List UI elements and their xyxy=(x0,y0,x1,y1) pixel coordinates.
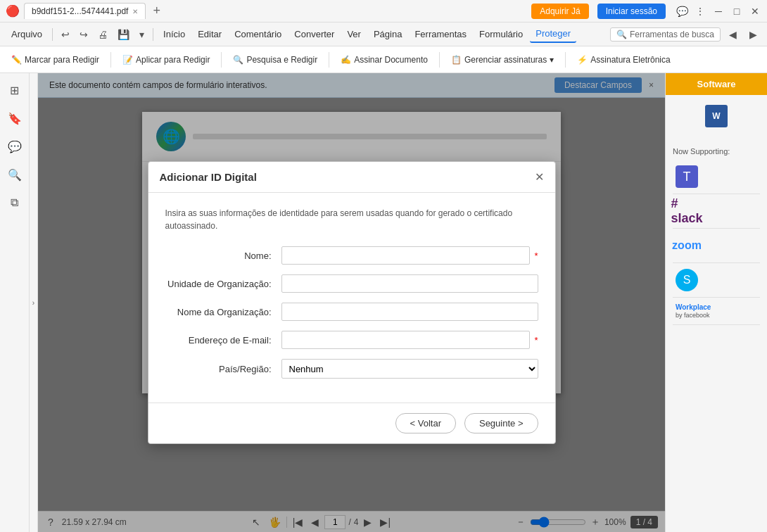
menu-divider-2 xyxy=(153,28,153,41)
sidebar-search-icon[interactable]: 🔍 xyxy=(4,163,26,186)
email-required-mark: * xyxy=(534,335,538,346)
assinar-doc-btn[interactable]: ✍️ Assinar Documento xyxy=(335,52,433,68)
country-row: País/Região: Nenhum Brasil Portugal Esta… xyxy=(165,359,538,379)
menu-proteger[interactable]: Proteger xyxy=(530,25,576,43)
menu-arquivo[interactable]: Arquivo xyxy=(6,26,48,42)
main-area: ⊞ 🔖 💬 🔍 ⧉ › Este documento contém campos… xyxy=(0,73,767,532)
marcar-redigir-btn[interactable]: ✏️ Marcar para Redigir xyxy=(6,52,105,68)
chat-btn[interactable]: 💬 xyxy=(676,5,688,18)
menu-converter[interactable]: Converter xyxy=(289,26,340,42)
close-btn[interactable]: ✕ xyxy=(749,5,761,18)
minimize-btn[interactable]: ─ xyxy=(712,5,725,18)
forward-arrow-icon[interactable]: ▶ xyxy=(745,26,761,43)
menu-inicio[interactable]: Início xyxy=(158,26,191,42)
name-required-mark: * xyxy=(534,251,538,261)
slack-item[interactable]: # slack xyxy=(673,194,760,229)
assinatura-eletronica-btn[interactable]: ⚡ Assinatura Eletrônica xyxy=(571,52,676,68)
assinatura-icon: ⚡ xyxy=(577,55,588,65)
more-btn[interactable]: ⋮ xyxy=(694,5,706,18)
right-panel-header: Software xyxy=(666,73,767,95)
gerenciar-assinaturas-btn[interactable]: 📋 Gerenciar assinaturas ▾ xyxy=(445,52,559,68)
org-name-input[interactable] xyxy=(281,303,538,321)
iniciar-sessao-button[interactable]: Iniciar sessão xyxy=(597,4,666,19)
org-name-label: Nome da Organização: xyxy=(165,307,281,317)
assinar-doc-label: Assinar Documento xyxy=(354,55,428,65)
gerenciar-assinaturas-label: Gerenciar assinaturas xyxy=(464,55,547,65)
next-button[interactable]: Seguinte > xyxy=(464,413,538,433)
name-row: Nome: * xyxy=(165,246,538,265)
sidebar-comment-icon[interactable]: 💬 xyxy=(4,135,26,158)
sidebar-layers-icon[interactable]: ⧉ xyxy=(4,191,26,214)
new-tab-btn[interactable]: + xyxy=(153,4,160,18)
window-controls: 💬 ⋮ ─ □ ✕ xyxy=(676,5,761,18)
search-tools-btn[interactable]: 🔍 Ferramentas de busca xyxy=(610,27,721,42)
menu-comentario[interactable]: Comentário xyxy=(229,26,287,42)
redo-icon[interactable]: ↪ xyxy=(75,26,92,43)
maximize-btn[interactable]: □ xyxy=(730,5,743,18)
org-unit-label: Unidade de Organização: xyxy=(165,279,281,289)
toolbar-sep-5 xyxy=(565,52,566,68)
word-icon: W xyxy=(705,105,728,127)
assinar-icon: ✍️ xyxy=(341,55,351,65)
modal-close-btn[interactable]: ✕ xyxy=(535,170,544,184)
email-label: Endereço de E-mail: xyxy=(165,335,281,346)
zoom-logo: zoom xyxy=(676,234,698,257)
zoom-item[interactable]: zoom xyxy=(673,229,760,263)
adquirir-button[interactable]: Adquirir Já xyxy=(531,4,588,19)
right-panel: Software W Now Supporting: T # slack zoo… xyxy=(665,73,767,532)
marcar-icon: ✏️ xyxy=(11,55,22,65)
menu-ver[interactable]: Ver xyxy=(341,26,367,42)
menu-editar[interactable]: Editar xyxy=(192,26,227,42)
menu-bar: Arquivo ↩ ↪ 🖨 💾 ▾ Início Editar Comentár… xyxy=(0,23,767,46)
tab-close-btn[interactable]: ✕ xyxy=(132,8,138,15)
slack-logo: # slack xyxy=(676,200,698,222)
aplicar-redigir-btn[interactable]: 📝 Aplicar para Redigir xyxy=(117,52,215,68)
sidebar-pages-icon[interactable]: ⊞ xyxy=(4,79,26,101)
sidebar-bookmark-icon[interactable]: 🔖 xyxy=(4,107,26,129)
menu-right-tools: 🔍 Ferramentas de busca ◀ ▶ xyxy=(610,26,761,43)
menu-formulario[interactable]: Formulário xyxy=(474,26,528,42)
skype-logo: S xyxy=(676,269,698,291)
tab-filename: b9ddf151-2...5474441.pdf xyxy=(32,6,128,16)
tab[interactable]: b9ddf151-2...5474441.pdf ✕ xyxy=(24,3,146,19)
arrow-icon: › xyxy=(32,299,34,307)
workplace-item[interactable]: Workplace by facebook xyxy=(673,298,760,325)
save-icon[interactable]: 💾 xyxy=(113,26,134,43)
protect-toolbar: ✏️ Marcar para Redigir 📝 Aplicar para Re… xyxy=(0,46,767,73)
back-arrow-icon[interactable]: ◀ xyxy=(725,26,741,43)
collapse-arrow[interactable]: › xyxy=(30,73,38,532)
teams-logo: T xyxy=(676,165,698,188)
email-row: Endereço de E-mail: * xyxy=(165,331,538,349)
country-label: País/Região: xyxy=(165,364,281,374)
skype-item[interactable]: S xyxy=(673,263,760,298)
back-button[interactable]: < Voltar xyxy=(395,413,456,433)
pesquisa-icon: 🔍 xyxy=(233,55,243,65)
right-panel-content: Now Supporting: T # slack zoom S Workpla… xyxy=(666,137,767,332)
org-unit-row: Unidade de Organização: xyxy=(165,274,538,293)
email-input[interactable] xyxy=(281,331,531,349)
menu-ferramentas[interactable]: Ferramentas xyxy=(409,26,472,42)
toolbar-sep-4 xyxy=(439,52,440,68)
modal-title: Adicionar ID Digital xyxy=(160,171,257,183)
print-icon[interactable]: 🖨 xyxy=(94,26,112,43)
org-unit-input[interactable] xyxy=(281,274,538,293)
pesquisa-redigir-btn[interactable]: 🔍 Pesquisa e Redigir xyxy=(227,52,323,68)
title-bar: 🔴 b9ddf151-2...5474441.pdf ✕ + Adquirir … xyxy=(0,0,767,23)
menu-pagina[interactable]: Página xyxy=(368,26,407,42)
modal-overlay: Adicionar ID Digital ✕ Insira as suas in… xyxy=(38,73,665,532)
toolbar-sep-2 xyxy=(221,52,222,68)
dropdown-icon[interactable]: ▾ xyxy=(135,26,148,43)
name-input[interactable] xyxy=(281,246,531,265)
pesquisa-redigir-label: Pesquisa e Redigir xyxy=(246,55,317,65)
toolbar-sep-3 xyxy=(329,52,329,68)
marcar-redigir-label: Marcar para Redigir xyxy=(25,55,99,65)
country-select[interactable]: Nenhum Brasil Portugal Estados Unidos xyxy=(281,359,538,379)
teams-item[interactable]: T xyxy=(673,160,760,194)
search-tools-label: Ferramentas de busca xyxy=(630,30,714,39)
toolbar-sep-1 xyxy=(110,52,111,68)
aplicar-icon: 📝 xyxy=(122,55,133,65)
panel-sub-label: Now Supporting: xyxy=(673,147,760,156)
undo-icon[interactable]: ↩ xyxy=(57,26,74,43)
workplace-label: Workplace by facebook xyxy=(676,303,711,319)
aplicar-redigir-label: Aplicar para Redigir xyxy=(136,55,210,65)
